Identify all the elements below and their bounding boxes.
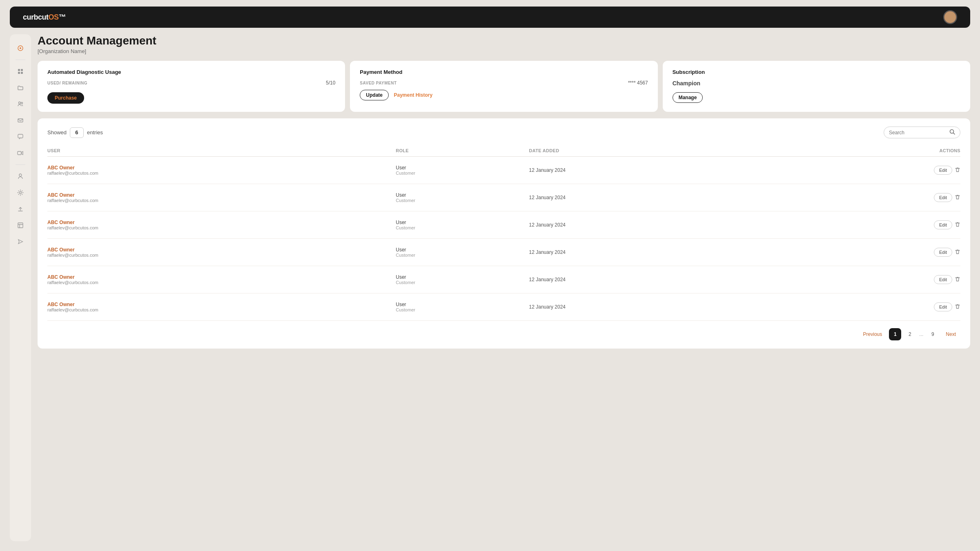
svg-rect-9	[18, 134, 23, 138]
search-button[interactable]	[949, 129, 955, 136]
prev-button[interactable]: Previous	[859, 329, 887, 340]
page-dots: ...	[918, 331, 924, 337]
sidebar-item-group[interactable]	[13, 169, 28, 184]
edit-button-1[interactable]: Edit	[934, 193, 952, 202]
page-header: Account Management [Organization Name]	[38, 34, 970, 54]
table-row: ABC Owner raffaelev@curbcutos.com User C…	[47, 293, 960, 321]
sidebar-item-upload[interactable]	[13, 202, 28, 216]
purchase-button[interactable]: Purchase	[47, 92, 84, 104]
search-input[interactable]	[889, 130, 946, 136]
topnav: curbcutOS™	[10, 7, 970, 28]
date-cell: 12 January 2024	[529, 304, 779, 310]
page-1[interactable]: 1	[889, 328, 901, 340]
delete-button-2[interactable]	[955, 222, 960, 229]
svg-point-7	[21, 102, 23, 104]
payment-card-title: Payment Method	[360, 69, 648, 75]
subscription-card: Subscription Champion Manage	[663, 61, 970, 112]
pagination: Previous 1 2 ... 9 Next	[47, 328, 960, 340]
role-sub: Customer	[396, 171, 529, 176]
col-date: DATE ADDED	[529, 145, 779, 157]
sidebar-item-table[interactable]	[13, 218, 28, 233]
delete-button-0[interactable]	[955, 167, 960, 174]
edit-button-2[interactable]: Edit	[934, 220, 952, 229]
user-email: raffaelev@curbcutos.com	[47, 280, 396, 285]
delete-button-3[interactable]	[955, 249, 960, 256]
col-actions: ACTIONS	[779, 145, 960, 157]
diagnostic-label: USED/ REMAINING	[47, 81, 87, 85]
entries-info: Showed 6 entries	[47, 127, 103, 138]
col-role: ROLE	[396, 145, 529, 157]
main-content: Account Management [Organization Name] A…	[38, 34, 970, 541]
page-2[interactable]: 2	[904, 328, 916, 340]
sidebar	[10, 34, 31, 541]
user-name[interactable]: ABC Owner	[47, 165, 396, 171]
date-cell: 12 January 2024	[529, 167, 779, 173]
payment-history-button[interactable]: Payment History	[394, 92, 432, 98]
svg-rect-10	[18, 151, 21, 155]
svg-point-12	[20, 192, 22, 194]
payment-card: Payment Method SAVED PAYMENT **** 4567 U…	[350, 61, 657, 112]
user-name[interactable]: ABC Owner	[47, 274, 396, 280]
sidebar-item-grid[interactable]	[13, 64, 28, 79]
sidebar-item-send[interactable]	[13, 234, 28, 249]
role-sub: Customer	[396, 280, 529, 285]
svg-point-1	[20, 47, 21, 49]
role-sub: Customer	[396, 198, 529, 203]
card-number: **** 4567	[628, 80, 648, 86]
role-title: User	[396, 274, 529, 280]
user-email: raffaelev@curbcutos.com	[47, 225, 396, 230]
sidebar-divider-2	[16, 164, 25, 165]
edit-button-4[interactable]: Edit	[934, 275, 952, 284]
sidebar-item-chat[interactable]	[13, 129, 28, 144]
user-name[interactable]: ABC Owner	[47, 302, 396, 307]
table-row: ABC Owner raffaelev@curbcutos.com User C…	[47, 211, 960, 239]
sidebar-item-folder[interactable]	[13, 80, 28, 95]
edit-button-5[interactable]: Edit	[934, 302, 952, 311]
diagnostic-card: Automated Diagnostic Usage USED/ REMAINI…	[38, 61, 345, 112]
page-9[interactable]: 9	[927, 328, 939, 340]
table-row: ABC Owner raffaelev@curbcutos.com User C…	[47, 266, 960, 293]
sidebar-item-users[interactable]	[13, 97, 28, 111]
table-row: ABC Owner raffaelev@curbcutos.com User C…	[47, 184, 960, 211]
actions-cell: Edit	[779, 271, 960, 289]
user-email: raffaelev@curbcutos.com	[47, 253, 396, 258]
sidebar-item-mail[interactable]	[13, 113, 28, 128]
svg-rect-4	[18, 72, 20, 74]
sidebar-item-video[interactable]	[13, 146, 28, 160]
role-sub: Customer	[396, 225, 529, 230]
avatar[interactable]	[943, 10, 957, 24]
delete-button-1[interactable]	[955, 194, 960, 201]
manage-button[interactable]: Manage	[673, 92, 703, 103]
role-title: User	[396, 165, 529, 171]
sidebar-item-home[interactable]	[13, 41, 28, 56]
next-button[interactable]: Next	[941, 329, 960, 340]
showed-label: Showed	[47, 129, 67, 136]
edit-button-0[interactable]: Edit	[934, 166, 952, 175]
role-title: User	[396, 220, 529, 225]
col-user: USER	[47, 145, 396, 157]
user-name[interactable]: ABC Owner	[47, 247, 396, 253]
subscription-card-title: Subscription	[673, 69, 960, 75]
svg-rect-13	[18, 223, 23, 228]
data-table: USER ROLE DATE ADDED ACTIONS ABC Owner r…	[47, 145, 960, 321]
actions-cell: Edit	[779, 161, 960, 179]
logo-accent: OS	[49, 13, 59, 21]
svg-rect-2	[18, 69, 20, 71]
user-name[interactable]: ABC Owner	[47, 220, 396, 225]
svg-point-11	[19, 174, 22, 176]
payment-label: SAVED PAYMENT	[360, 81, 396, 85]
page-title: Account Management	[38, 34, 970, 47]
update-button[interactable]: Update	[360, 90, 389, 100]
edit-button-3[interactable]: Edit	[934, 248, 952, 257]
user-email: raffaelev@curbcutos.com	[47, 198, 396, 203]
delete-button-4[interactable]	[955, 276, 960, 283]
role-title: User	[396, 302, 529, 307]
user-name[interactable]: ABC Owner	[47, 192, 396, 198]
sidebar-item-settings[interactable]	[13, 185, 28, 200]
sidebar-divider-1	[16, 60, 25, 60]
search-wrap	[884, 127, 960, 138]
delete-button-5[interactable]	[955, 304, 960, 311]
svg-point-6	[19, 102, 21, 104]
role-sub: Customer	[396, 307, 529, 312]
logo: curbcutOS™	[23, 13, 66, 22]
